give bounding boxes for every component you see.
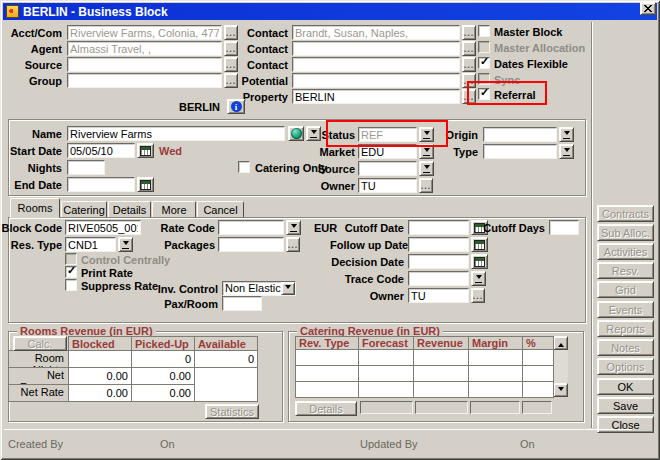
source2-field[interactable] (358, 161, 417, 176)
contracts-button[interactable]: Contracts (597, 205, 654, 222)
contact3-field[interactable] (292, 57, 460, 72)
table-cell (359, 350, 414, 366)
column-header: Available (195, 337, 258, 351)
follow-up-date-field[interactable] (408, 237, 469, 252)
table-cell (469, 366, 523, 382)
owner-lookup-button[interactable]: ... (419, 178, 433, 193)
master-block-checkbox[interactable] (478, 25, 490, 37)
events-button[interactable]: Events (597, 301, 654, 318)
origin-field[interactable] (483, 127, 557, 142)
decision-date-calendar-button[interactable] (471, 254, 488, 269)
follow-up-date-calendar-button[interactable] (471, 237, 488, 252)
potential-field[interactable] (292, 73, 460, 88)
contact2-lookup-button[interactable]: ... (462, 41, 476, 56)
table-cell: 0 (195, 351, 258, 368)
source-field[interactable] (67, 57, 222, 72)
pax-room-field[interactable] (222, 296, 262, 311)
property-info-button[interactable]: i (227, 99, 245, 114)
property-lookup-button[interactable]: ... (462, 89, 476, 104)
packages-field[interactable] (218, 237, 284, 252)
type-field[interactable] (483, 144, 557, 159)
source-label: Source (0, 59, 62, 71)
trace-code-list-button[interactable] (471, 271, 486, 286)
potential-label: Potential (200, 75, 288, 87)
end-date-calendar-button[interactable] (137, 177, 154, 192)
group-field[interactable] (67, 73, 222, 88)
sync-checkbox[interactable] (478, 73, 490, 85)
table-cell (523, 382, 554, 398)
rate-code-field[interactable] (218, 220, 284, 235)
block-code-field[interactable] (65, 220, 141, 235)
reports-button[interactable]: Reports (597, 320, 654, 337)
type-label: Type (420, 146, 478, 158)
res-type-list-button[interactable] (118, 237, 133, 252)
start-date-calendar-button[interactable] (137, 143, 154, 158)
owner-field[interactable] (358, 178, 417, 193)
tab-cancel[interactable]: Cancel (197, 201, 244, 218)
calc-button[interactable]: Calc. (13, 336, 67, 351)
notes-button[interactable]: Notes (597, 339, 654, 356)
cutoff-date-field[interactable] (408, 220, 469, 235)
acct-com-field[interactable] (67, 25, 222, 40)
master-allocation-checkbox[interactable] (478, 41, 490, 53)
tab-label: Rooms (18, 202, 53, 214)
owner2-field[interactable] (408, 288, 469, 303)
tab-details[interactable]: Details (108, 201, 151, 218)
trace-code-field[interactable] (408, 271, 469, 286)
cutoff-days-field[interactable] (549, 220, 579, 235)
origin-list-button[interactable] (559, 127, 574, 142)
sub-alloc-button[interactable]: Sub Alloc. (597, 224, 654, 241)
ellipsis-icon: ... (464, 92, 475, 102)
inv-control-combobox[interactable]: Non Elastic (222, 281, 296, 296)
details-button[interactable]: Details (295, 401, 357, 416)
activities-button[interactable]: Activities (597, 243, 654, 260)
name-globe-button[interactable] (288, 126, 304, 141)
close-button[interactable] (640, 2, 656, 15)
tab-rooms[interactable]: Rooms (10, 198, 60, 218)
grid-button[interactable]: Grid (597, 281, 654, 298)
contact3-label: Contact (200, 59, 288, 71)
tab-more[interactable]: More (152, 201, 196, 218)
save-button[interactable]: Save (597, 397, 654, 414)
decision-date-field[interactable] (408, 254, 469, 269)
resv-button[interactable]: Resv. (597, 262, 654, 279)
forecast-total-cell (360, 401, 413, 414)
ok-button[interactable]: OK (597, 378, 654, 395)
table-cell (359, 382, 414, 398)
start-date-field[interactable] (67, 143, 135, 158)
inv-control-dropdown-button[interactable] (281, 282, 295, 295)
contact2-field[interactable] (292, 41, 460, 56)
status-field[interactable] (358, 127, 417, 142)
end-date-field[interactable] (67, 177, 135, 192)
tab-label: More (161, 204, 186, 216)
market-field[interactable] (358, 144, 417, 159)
catering-table-scrollbar[interactable] (553, 336, 568, 397)
nights-field[interactable] (67, 160, 105, 175)
scroll-up-button[interactable] (553, 336, 568, 350)
contact1-field[interactable] (292, 25, 460, 40)
contact3-lookup-button[interactable]: ... (462, 57, 476, 72)
list-of-values-icon (475, 275, 482, 283)
res-type-field[interactable] (65, 237, 116, 252)
tab-catering[interactable]: Catering (61, 201, 107, 218)
property-field[interactable] (292, 89, 460, 104)
packages-lookup-button[interactable]: ... (286, 237, 300, 252)
rate-code-list-button[interactable] (286, 220, 301, 235)
agent-field[interactable] (67, 41, 222, 56)
type-list-button[interactable] (559, 144, 574, 159)
print-rate-checkbox[interactable] (65, 266, 77, 278)
referral-checkbox[interactable] (478, 88, 490, 100)
rate-code-label: Rate Code (150, 222, 215, 234)
scroll-down-button[interactable] (553, 383, 568, 397)
source2-list-button[interactable] (419, 161, 434, 176)
owner2-lookup-button[interactable]: ... (471, 288, 485, 303)
close-window-button[interactable]: Close (597, 416, 654, 433)
statistics-button[interactable]: Statistics (205, 404, 259, 419)
name-field[interactable] (67, 126, 285, 141)
dates-flexible-checkbox[interactable] (478, 57, 490, 69)
catering-only-checkbox[interactable] (238, 161, 250, 173)
options-button[interactable]: Options (597, 358, 654, 375)
potential-lookup-button[interactable]: ... (462, 73, 476, 88)
contact1-lookup-button[interactable]: ... (462, 25, 476, 40)
suppress-rate-checkbox[interactable] (65, 279, 77, 291)
